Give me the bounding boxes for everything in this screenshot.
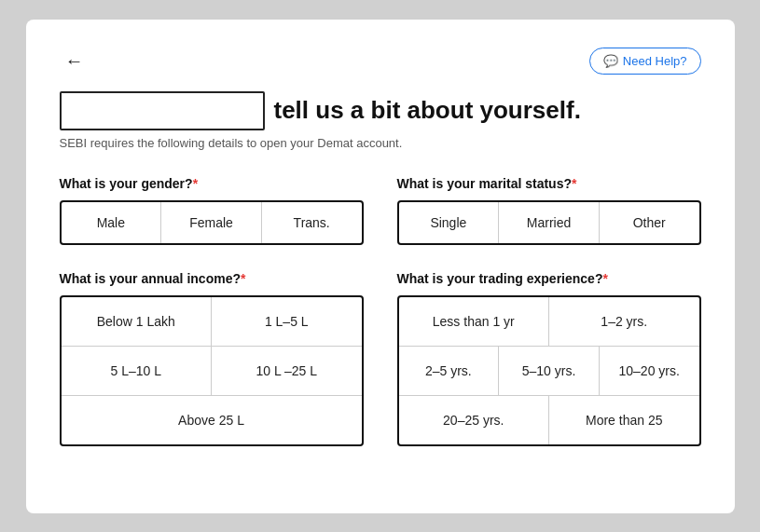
marital-options: Single Married Other bbox=[397, 200, 701, 245]
exp-5-10yrs[interactable]: 5–10 yrs. bbox=[499, 347, 600, 395]
marital-other[interactable]: Other bbox=[600, 202, 699, 243]
need-help-button[interactable]: 💬 Need Help? bbox=[589, 48, 701, 75]
exp-row-3: 20–25 yrs. More than 25 bbox=[399, 396, 699, 444]
income-label: What is your annual income?* bbox=[60, 271, 364, 286]
exp-row-1: Less than 1 yr 1–2 yrs. bbox=[399, 297, 699, 347]
income-1l-5l[interactable]: 1 L–5 L bbox=[212, 297, 362, 346]
need-help-label: Need Help? bbox=[623, 54, 687, 68]
top-sections: What is your gender?* Male Female Trans.… bbox=[60, 176, 701, 245]
income-options: Below 1 Lakh 1 L–5 L 5 L–10 L 10 L –25 L… bbox=[60, 295, 364, 446]
income-10l-25l[interactable]: 10 L –25 L bbox=[212, 347, 362, 395]
exp-1-2yrs[interactable]: 1–2 yrs. bbox=[549, 297, 699, 346]
marital-married[interactable]: Married bbox=[499, 202, 600, 243]
exp-more-25[interactable]: More than 25 bbox=[549, 396, 699, 444]
income-section: What is your annual income?* Below 1 Lak… bbox=[60, 271, 364, 446]
title-placeholder-box bbox=[60, 91, 265, 130]
chat-icon: 💬 bbox=[603, 54, 618, 68]
gender-female[interactable]: Female bbox=[161, 202, 262, 243]
subtitle: SEBI requires the following details to o… bbox=[60, 136, 701, 150]
gender-male[interactable]: Male bbox=[62, 202, 162, 243]
page-title: tell us a bit about yourself. bbox=[274, 96, 581, 125]
trading-label: What is your trading experience?* bbox=[397, 271, 701, 286]
main-card: ← 💬 Need Help? tell us a bit about yours… bbox=[26, 20, 735, 513]
gender-options: Male Female Trans. bbox=[60, 200, 364, 245]
exp-less-1yr[interactable]: Less than 1 yr bbox=[399, 297, 550, 346]
income-row-3: Above 25 L bbox=[62, 396, 362, 444]
exp-2-5yrs[interactable]: 2–5 yrs. bbox=[399, 347, 500, 395]
bottom-sections: What is your annual income?* Below 1 Lak… bbox=[60, 271, 701, 446]
trading-section: What is your trading experience?* Less t… bbox=[397, 271, 701, 446]
income-5l-10l[interactable]: 5 L–10 L bbox=[62, 347, 213, 395]
income-row-1: Below 1 Lakh 1 L–5 L bbox=[62, 297, 362, 347]
income-below-1l[interactable]: Below 1 Lakh bbox=[62, 297, 213, 346]
exp-20-25yrs[interactable]: 20–25 yrs. bbox=[399, 396, 550, 444]
exp-row-2: 2–5 yrs. 5–10 yrs. 10–20 yrs. bbox=[399, 347, 699, 396]
gender-trans[interactable]: Trans. bbox=[262, 202, 362, 243]
back-button[interactable]: ← bbox=[60, 48, 90, 74]
marital-label: What is your marital status?* bbox=[397, 176, 701, 191]
gender-section: What is your gender?* Male Female Trans. bbox=[60, 176, 364, 245]
marital-section: What is your marital status?* Single Mar… bbox=[397, 176, 701, 245]
title-row: tell us a bit about yourself. bbox=[60, 91, 701, 130]
top-bar: ← 💬 Need Help? bbox=[60, 48, 701, 75]
exp-10-20yrs[interactable]: 10–20 yrs. bbox=[600, 347, 699, 395]
income-row-2: 5 L–10 L 10 L –25 L bbox=[62, 347, 362, 396]
income-above-25l[interactable]: Above 25 L bbox=[62, 396, 362, 444]
trading-options: Less than 1 yr 1–2 yrs. 2–5 yrs. 5–10 yr… bbox=[397, 295, 701, 446]
gender-label: What is your gender?* bbox=[60, 176, 364, 191]
marital-single[interactable]: Single bbox=[399, 202, 500, 243]
